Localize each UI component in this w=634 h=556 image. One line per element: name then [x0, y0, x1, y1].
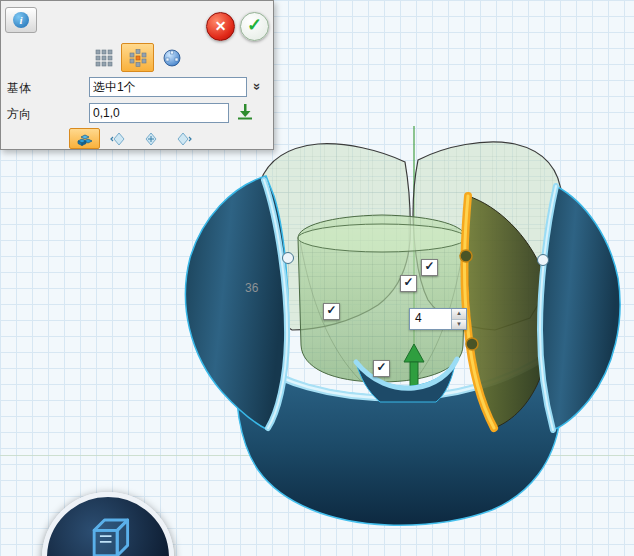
diamond-both-icon [143, 132, 159, 146]
spinner-buttons: ▲ ▼ [451, 309, 466, 329]
sphere-pattern-button[interactable] [155, 43, 188, 72]
direction-field-label: 方向 [7, 106, 31, 123]
info-button[interactable]: i [5, 7, 37, 33]
direction-pick-icon[interactable] [236, 103, 254, 121]
base-field-input[interactable] [89, 77, 247, 97]
option-bricks-button[interactable] [69, 128, 100, 149]
pattern-type-toolbar [87, 43, 188, 72]
instance-checkbox-3[interactable]: ✓ [373, 360, 390, 377]
base-field-row: 基体 » [1, 77, 273, 99]
close-icon: ✕ [215, 18, 227, 34]
bricks-icon [77, 132, 93, 146]
sphere-pattern-icon [163, 49, 181, 67]
option-diamond-both-button[interactable] [135, 128, 166, 149]
pattern-dialog: i ✕ ✓ [0, 0, 274, 150]
linear-pattern-icon [95, 49, 113, 67]
check-icon: ✓ [403, 275, 413, 289]
option-diamond-left-button[interactable] [102, 128, 133, 149]
cube-logo-icon [73, 505, 143, 556]
instance-checkbox-1[interactable]: ✓ [323, 303, 340, 320]
inner-cylinder[interactable] [298, 215, 466, 382]
linear-pattern-button[interactable] [87, 43, 120, 72]
pattern-options-toolbar [69, 128, 199, 149]
instance-checkbox-2[interactable]: ✓ [400, 275, 417, 292]
direction-field-row: 方向 [1, 103, 273, 125]
confirm-check-icon: ✓ [247, 15, 262, 35]
check-icon: ✓ [326, 303, 336, 317]
diamond-left-icon [110, 132, 126, 146]
instance-checkbox-4[interactable]: ✓ [421, 259, 438, 276]
pattern-count-spinner: 4 ▲ ▼ [409, 308, 467, 330]
spinner-up-button[interactable]: ▲ [452, 309, 466, 320]
direction-field-input[interactable] [89, 103, 229, 123]
pattern-count-value[interactable]: 4 [410, 309, 451, 329]
option-diamond-right-button[interactable] [168, 128, 199, 149]
diamond-right-icon [176, 132, 192, 146]
circular-pattern-button[interactable] [121, 43, 154, 72]
expand-chevron-icon[interactable]: » [250, 83, 265, 90]
cancel-button[interactable]: ✕ [206, 12, 235, 41]
spinner-down-button[interactable]: ▼ [452, 320, 466, 330]
left-petal[interactable] [185, 176, 293, 430]
circular-pattern-icon [129, 49, 147, 67]
dimension-label: 36 [245, 281, 258, 295]
base-field-label: 基体 [7, 80, 31, 97]
ok-button[interactable]: ✓ [240, 12, 269, 41]
right-petal[interactable] [538, 186, 621, 430]
info-icon: i [13, 12, 29, 28]
viewport: 36 ✓ ✓ ✓ ✓ 4 ▲ ▼ i ✕ ✓ [0, 0, 634, 556]
check-icon: ✓ [424, 259, 434, 273]
check-icon: ✓ [376, 360, 386, 374]
